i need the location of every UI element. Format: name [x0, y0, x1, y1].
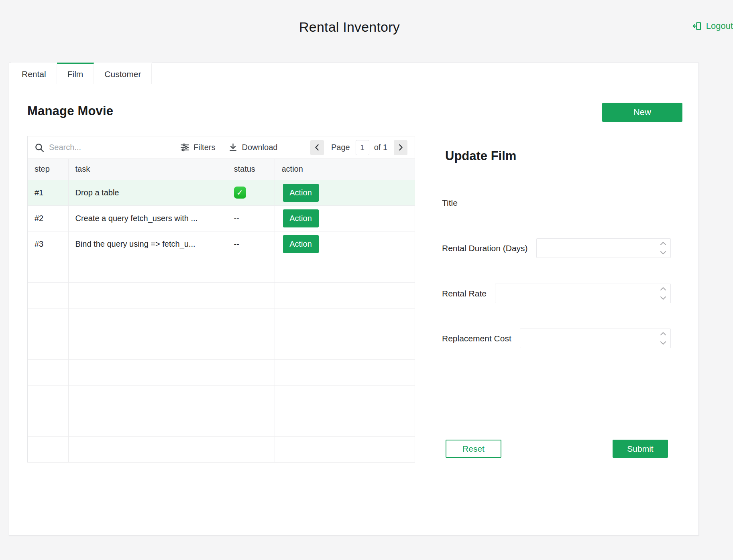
table-row-empty: [28, 282, 415, 308]
cell-task: Drop a table: [68, 180, 227, 205]
logout-button[interactable]: Logout: [692, 21, 733, 31]
form-row-title: Title: [442, 193, 671, 213]
cell-step: #1: [28, 180, 68, 205]
logout-icon: [692, 21, 702, 31]
cell-status: --: [227, 205, 275, 231]
replacement-cost-input[interactable]: [520, 329, 671, 348]
submit-button[interactable]: Submit: [613, 440, 668, 458]
chevron-left-icon: [315, 144, 319, 151]
replacement-cost-label: Replacement Cost: [442, 334, 511, 343]
action-button[interactable]: Action: [283, 209, 319, 227]
search-input[interactable]: [49, 143, 165, 152]
download-button[interactable]: Download: [228, 142, 277, 152]
table-row: #3 Bind the query using => fetch_u... --…: [28, 231, 415, 257]
spinner-down-icon[interactable]: [660, 341, 667, 345]
download-label: Download: [242, 143, 277, 152]
title-input[interactable]: [466, 193, 671, 213]
spinner-up-icon[interactable]: [660, 241, 667, 246]
spinner-down-icon[interactable]: [660, 250, 667, 255]
cell-task: Bind the query using => fetch_u...: [68, 231, 227, 257]
page-number-input[interactable]: [356, 140, 369, 155]
spinner-up-icon[interactable]: [660, 286, 667, 291]
action-button[interactable]: Action: [283, 184, 319, 202]
page-header: Rental Inventory Logout: [0, 0, 699, 48]
cell-status: ✓: [227, 180, 275, 205]
col-header-task: task: [68, 159, 227, 180]
cell-step: #2: [28, 205, 68, 231]
cell-status: --: [227, 231, 275, 257]
table-row: #1 Drop a table ✓ Action: [28, 180, 415, 205]
table-row-empty: [28, 385, 415, 411]
search-icon: [34, 142, 45, 153]
col-header-status: status: [227, 159, 275, 180]
new-button[interactable]: New: [602, 103, 682, 122]
status-checked-icon: ✓: [234, 187, 246, 199]
spinner-down-icon[interactable]: [660, 296, 667, 300]
tab-film[interactable]: Film: [57, 63, 94, 84]
form-row-rental-duration: Rental Duration (Days): [442, 238, 671, 258]
rental-duration-label: Rental Duration (Days): [442, 243, 528, 253]
rental-rate-label: Rental Rate: [442, 289, 487, 298]
table-row-empty: [28, 308, 415, 334]
search-box: [34, 142, 180, 153]
cell-task: Create a query fetch_users with ...: [68, 205, 227, 231]
table-row-empty: [28, 257, 415, 282]
tab-customer[interactable]: Customer: [94, 63, 152, 84]
table-row-empty: [28, 411, 415, 436]
section-heading: Manage Movie: [27, 104, 113, 118]
form-row-rental-rate: Rental Rate: [442, 284, 671, 303]
rental-rate-input[interactable]: [495, 284, 671, 303]
cell-action: Action: [275, 231, 415, 257]
movie-table: step task status action #1 Drop a table …: [28, 159, 415, 462]
page-label: Page: [331, 143, 350, 152]
cell-step: #3: [28, 231, 68, 257]
prev-page-button[interactable]: [310, 140, 324, 155]
table-row: #2 Create a query fetch_users with ... -…: [28, 205, 415, 231]
tab-bar: Rental Film Customer: [11, 63, 152, 84]
filters-label: Filters: [193, 143, 215, 152]
filters-icon: [180, 142, 190, 152]
next-page-button[interactable]: [394, 140, 407, 155]
form-row-replacement-cost: Replacement Cost: [442, 329, 671, 348]
table-row-empty: [28, 436, 415, 462]
table-toolbar: Filters Download: [28, 136, 415, 159]
rental-duration-input[interactable]: [536, 238, 671, 258]
pagination: Page of 1: [310, 140, 407, 155]
action-button[interactable]: Action: [283, 235, 319, 253]
title-label: Title: [442, 198, 458, 208]
logout-label: Logout: [706, 21, 733, 31]
col-header-action: action: [275, 159, 415, 180]
page-title: Rental Inventory: [0, 19, 699, 35]
tab-rental[interactable]: Rental: [11, 63, 57, 84]
page-of-label: of 1: [374, 143, 387, 152]
reset-button[interactable]: Reset: [446, 440, 501, 458]
chevron-right-icon: [399, 144, 403, 151]
filters-button[interactable]: Filters: [180, 142, 215, 152]
spinner-up-icon[interactable]: [660, 331, 667, 336]
table-row-empty: [28, 334, 415, 359]
table-row-empty: [28, 359, 415, 385]
download-icon: [228, 142, 238, 152]
cell-action: Action: [275, 205, 415, 231]
main-card: Rental Film Customer Manage Movie New: [9, 63, 699, 536]
cell-action: Action: [275, 180, 415, 205]
movie-table-container: Filters Download: [27, 136, 415, 463]
col-header-step: step: [28, 159, 68, 180]
form-heading: Update Film: [445, 149, 516, 163]
table-header-row: step task status action: [28, 159, 415, 180]
